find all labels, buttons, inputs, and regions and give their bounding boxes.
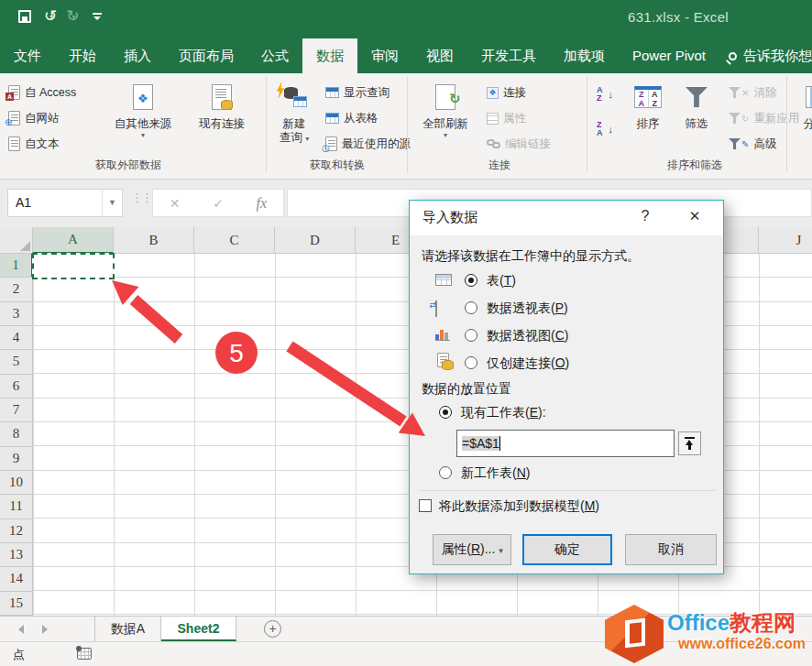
excel-window: ↺ ▾ ↻ ▾ 631.xlsx - Excel 文件 开始 插入 页面布局 公…: [0, 0, 812, 666]
tab-formulas[interactable]: 公式: [247, 38, 302, 73]
range-input[interactable]: =$A$1: [456, 430, 675, 457]
tab-insert[interactable]: 插入: [110, 38, 165, 73]
from-table-button[interactable]: 从表格: [323, 106, 381, 130]
radio-pivot-chart-label[interactable]: 数据透视图(C): [487, 328, 568, 344]
radio-table-label[interactable]: 表(T): [487, 273, 516, 289]
text-to-columns-icon: [806, 86, 812, 108]
selected-cell-a1[interactable]: [32, 253, 115, 279]
formula-buttons: ✕ ✓ fx: [152, 189, 284, 217]
row-header-3[interactable]: 3: [0, 302, 33, 326]
clear-filter-button: ✕ 清除: [726, 81, 779, 104]
sort-descending-button[interactable]: ZA ↓: [594, 117, 616, 141]
advanced-filter-button[interactable]: ✎ 高级: [726, 132, 779, 156]
row-header-1[interactable]: 1: [0, 254, 33, 278]
customize-quick-access-toolbar-icon[interactable]: [93, 13, 102, 20]
ok-button[interactable]: 确定: [522, 534, 612, 565]
new-sheet-button[interactable]: +: [264, 620, 281, 638]
sheet-nav-prev-icon[interactable]: [18, 625, 24, 634]
from-text-button[interactable]: 自文本: [5, 132, 62, 156]
dialog-separator: [419, 490, 716, 491]
row-header-4[interactable]: 4: [0, 326, 33, 350]
column-header-j[interactable]: J: [759, 227, 812, 254]
column-header-b[interactable]: B: [114, 227, 194, 254]
row-header-6[interactable]: 6: [0, 375, 33, 399]
show-queries-button[interactable]: 显示查询: [323, 81, 392, 104]
row-header-14[interactable]: 14: [0, 567, 33, 591]
tab-power-pivot[interactable]: Power Pivot: [619, 38, 719, 73]
existing-connections-button[interactable]: 现有连接: [183, 76, 260, 155]
column-header-a[interactable]: A: [33, 227, 114, 254]
row-header-5[interactable]: 5: [0, 350, 33, 374]
add-to-data-model-checkbox[interactable]: [419, 499, 432, 512]
tab-page-layout[interactable]: 页面布局: [165, 38, 247, 73]
sheet-tab-sheet2[interactable]: Sheet2: [161, 617, 236, 641]
row-header-10[interactable]: 10: [0, 471, 33, 495]
recent-sources-button[interactable]: ◷ 最近使用的源: [323, 132, 413, 156]
cancel-button[interactable]: 取消: [625, 534, 717, 565]
radio-connection-only[interactable]: [465, 356, 477, 369]
row-header-7[interactable]: 7: [0, 399, 33, 422]
tab-file[interactable]: 文件: [0, 38, 55, 73]
tab-home[interactable]: 开始: [55, 38, 110, 73]
tab-add-ins[interactable]: 加载项: [550, 38, 619, 73]
sort-az-icon: AZ: [597, 86, 603, 103]
radio-connection-only-label[interactable]: 仅创建连接(O): [487, 355, 569, 372]
new-query-button[interactable]: 新建 查询 ▾: [271, 76, 317, 155]
undo-dropdown-icon[interactable]: ▾: [49, 13, 53, 21]
row-header-9[interactable]: 9: [0, 447, 33, 471]
tab-data[interactable]: 数据: [302, 38, 357, 73]
name-box[interactable]: A1 ▼: [7, 189, 123, 217]
undo-button[interactable]: ↺ ▾: [44, 7, 53, 26]
from-other-sources-button[interactable]: ❖ 自其他来源 ▾: [106, 76, 180, 155]
dialog-close-button[interactable]: ✕: [681, 208, 708, 228]
row-header-11[interactable]: 11: [0, 495, 33, 519]
collapse-dialog-button[interactable]: [678, 431, 701, 455]
import-data-dialog: 导入数据 ? ✕ 请选择该数据在工作簿中的显示方式。 表(T) 数据透视表(P)…: [409, 200, 724, 574]
radio-existing-worksheet[interactable]: [439, 406, 452, 419]
radio-existing-worksheet-label[interactable]: 现有工作表(E):: [461, 405, 546, 421]
refresh-all-button[interactable]: ↻ 全部刷新 ▾: [414, 76, 477, 155]
connections-button[interactable]: ❖ 连接: [484, 81, 529, 104]
reapply-filter-icon: [729, 113, 741, 124]
row-header-15[interactable]: 15: [0, 592, 33, 616]
tab-review[interactable]: 审阅: [357, 38, 412, 73]
text-file-icon: [8, 136, 20, 151]
tell-me-box[interactable]: 告诉我你想要做什么: [719, 38, 812, 73]
macro-record-icon[interactable]: [77, 648, 92, 660]
radio-new-worksheet-label[interactable]: 新工作表(N): [461, 465, 530, 482]
name-box-dropdown-icon[interactable]: ▼: [102, 190, 122, 216]
add-to-data-model-label[interactable]: 将此数据添加到数据模型(M): [439, 498, 599, 515]
group-label-get-external-data: 获取外部数据: [55, 158, 202, 174]
watermark-url: www.office26.com: [678, 636, 806, 652]
radio-pivot-table[interactable]: [465, 301, 477, 314]
sort-ascending-button[interactable]: AZ ↓: [594, 82, 616, 106]
reapply-filter-button: ↻ 重新应用: [726, 106, 802, 130]
filter-button[interactable]: 筛选: [675, 76, 719, 155]
properties-dialog-button[interactable]: 属性(R)... ▾: [433, 534, 511, 565]
tab-developer[interactable]: 开发工具: [467, 38, 550, 73]
sort-button[interactable]: ZAAZ 排序: [625, 76, 671, 155]
radio-pivot-chart[interactable]: [465, 329, 477, 342]
save-icon[interactable]: [18, 10, 31, 23]
tab-view[interactable]: 视图: [412, 38, 467, 73]
insert-function-icon[interactable]: fx: [257, 195, 268, 212]
text-to-columns-button[interactable]: 分列: [792, 76, 812, 155]
select-all-corner[interactable]: [0, 227, 33, 254]
from-access-button[interactable]: A 自 Access: [5, 81, 79, 104]
row-header-2[interactable]: 2: [0, 278, 33, 301]
row-header-12[interactable]: 12: [0, 519, 33, 543]
radio-pivot-table-label[interactable]: 数据透视表(P): [487, 300, 568, 317]
column-header-d[interactable]: D: [275, 227, 356, 254]
clear-filter-icon: [729, 87, 741, 98]
formula-bar-splitter[interactable]: ⋮⋮: [131, 192, 151, 202]
from-web-button[interactable]: ⊕ 自网站: [5, 106, 62, 130]
dialog-help-button[interactable]: ?: [633, 208, 657, 228]
sheet-nav-next-icon[interactable]: [42, 625, 48, 634]
radio-table[interactable]: [465, 274, 477, 287]
row-header-8[interactable]: 8: [0, 422, 33, 446]
column-header-c[interactable]: C: [194, 227, 275, 254]
radio-new-worksheet[interactable]: [439, 466, 452, 479]
sheet-tab-data-a[interactable]: 数据A: [95, 617, 161, 641]
row-header-13[interactable]: 13: [0, 543, 33, 567]
redo-button[interactable]: ↻ ▾: [66, 7, 75, 26]
